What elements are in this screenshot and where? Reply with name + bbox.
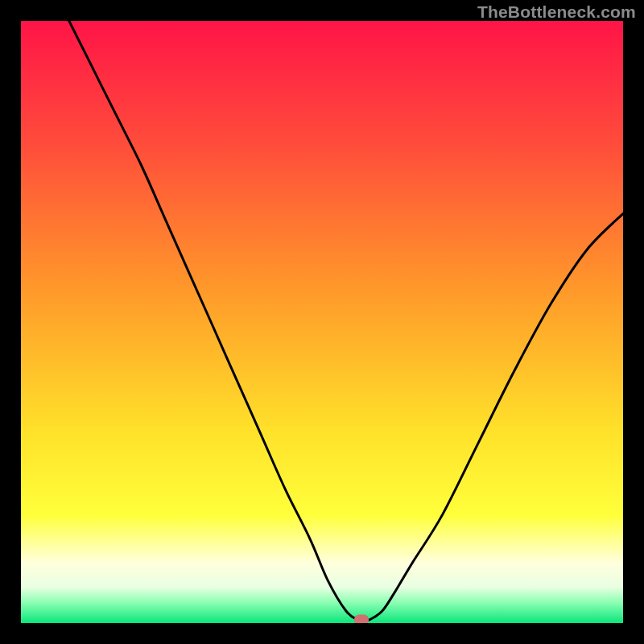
- svg-rect-0: [21, 21, 623, 623]
- bottleneck-gradient-bg: [21, 21, 623, 623]
- chart-frame: TheBottleneck.com: [0, 0, 644, 644]
- watermark-text: TheBottleneck.com: [477, 2, 636, 22]
- plot-area: [21, 21, 623, 623]
